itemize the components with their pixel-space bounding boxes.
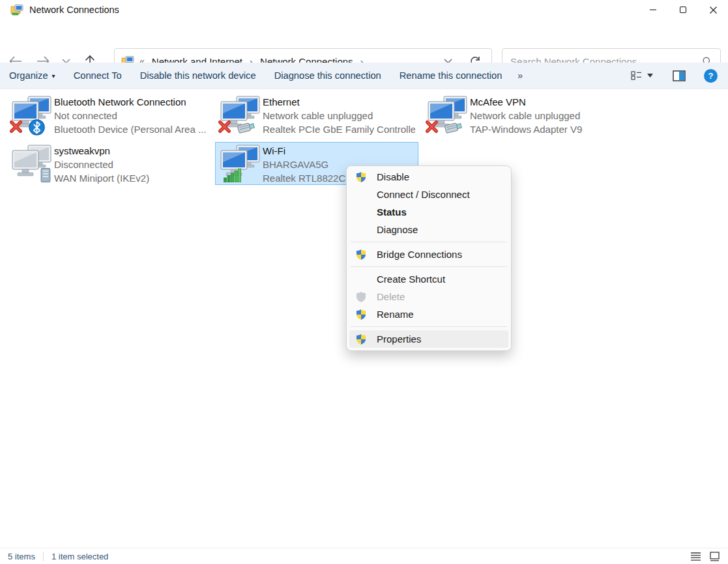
connection-name: Bluetooth Network Connection xyxy=(54,95,207,109)
view-options-button[interactable] xyxy=(631,70,653,81)
wifi-signal-icon xyxy=(224,167,243,182)
list-view-button[interactable] xyxy=(690,552,701,561)
close-icon xyxy=(709,6,718,14)
network-adapter-icon xyxy=(220,96,262,134)
connection-tile-bluetooth[interactable]: Bluetooth Network Connection Not connect… xyxy=(7,93,210,136)
error-x-icon xyxy=(424,119,439,134)
network-adapter-icon xyxy=(220,145,262,182)
menu-item-delete: Delete xyxy=(349,288,508,305)
menu-separator xyxy=(351,242,507,242)
maximize-icon xyxy=(679,6,687,14)
menu-item-label: Connect / Disconnect xyxy=(377,189,470,200)
uac-shield-icon xyxy=(355,333,367,345)
connection-device: Bluetooth Device (Personal Area ... xyxy=(54,122,207,136)
error-x-icon xyxy=(8,119,23,134)
uac-shield-disabled-icon xyxy=(355,291,367,303)
view-options-dropdown-icon xyxy=(647,74,653,78)
minimize-icon xyxy=(649,6,657,14)
status-bar: 5 items 1 item selected xyxy=(0,548,728,564)
details-view-icon xyxy=(631,70,642,81)
menu-item-label: Delete xyxy=(377,291,405,302)
connection-tile-systweakvpn[interactable]: systweakvpn Disconnected WAN Miniport (I… xyxy=(7,142,210,185)
app-icon xyxy=(10,3,23,16)
close-button[interactable] xyxy=(698,0,728,20)
connection-device: TAP-Windows Adapter V9 xyxy=(470,122,622,136)
menu-item-label: Disable xyxy=(377,171,409,182)
connection-status: Network cable unplugged xyxy=(263,109,415,122)
menu-separator xyxy=(351,326,507,327)
diagnose-connection-button[interactable]: Diagnose this connection xyxy=(265,63,390,89)
title-bar: Network Connections xyxy=(0,0,728,20)
toolbar-overflow-button[interactable]: » xyxy=(511,70,529,81)
navigation-bar: « Network and Internet › Network Connect… xyxy=(0,20,728,63)
menu-item-label: Create Shortcut xyxy=(377,274,445,285)
menu-item-label: Diagnose xyxy=(377,224,418,235)
items-count: 5 items xyxy=(0,552,43,561)
connection-device: Realtek PCIe GbE Family Controller xyxy=(263,122,415,136)
connection-tile-ethernet[interactable]: Ethernet Network cable unplugged Realtek… xyxy=(215,93,418,136)
menu-item-create-shortcut[interactable]: Create Shortcut xyxy=(349,270,508,288)
bluetooth-icon xyxy=(29,119,45,135)
ethernet-plug-icon xyxy=(444,120,465,134)
connection-name: Wi-Fi xyxy=(263,144,415,158)
connection-name: systweakvpn xyxy=(54,144,207,158)
organize-label: Organize xyxy=(9,70,48,81)
menu-item-rename[interactable]: Rename xyxy=(349,305,508,323)
context-menu: Disable Connect / Disconnect Status Diag… xyxy=(346,165,512,351)
rename-connection-button[interactable]: Rename this connection xyxy=(390,63,512,89)
connection-name: Ethernet xyxy=(263,95,415,109)
maximize-button[interactable] xyxy=(668,0,698,20)
connection-status: Disconnected xyxy=(54,158,207,171)
uac-shield-icon xyxy=(355,171,367,183)
vpn-device-icon xyxy=(40,167,52,184)
menu-item-label: Properties xyxy=(377,333,421,345)
error-x-icon xyxy=(217,119,232,134)
window-title: Network Connections xyxy=(29,5,119,15)
help-icon: ? xyxy=(708,71,714,81)
organize-menu-button[interactable]: Organize ▾ xyxy=(0,63,65,89)
menu-item-connect-disconnect[interactable]: Connect / Disconnect xyxy=(349,186,508,203)
menu-item-bridge-connections[interactable]: Bridge Connections xyxy=(349,246,508,263)
network-adapter-icon xyxy=(12,96,53,134)
menu-item-status[interactable]: Status xyxy=(349,203,508,221)
uac-shield-icon xyxy=(355,309,367,320)
connection-tile-mcafee-vpn[interactable]: McAfee VPN Network cable unplugged TAP-W… xyxy=(422,93,626,136)
uac-shield-icon xyxy=(355,249,367,261)
preview-pane-button[interactable] xyxy=(673,70,686,81)
network-adapter-icon xyxy=(12,145,53,182)
ethernet-plug-icon xyxy=(237,120,257,134)
network-adapter-icon xyxy=(428,96,469,134)
icons-view-button[interactable] xyxy=(709,552,720,561)
menu-item-disable[interactable]: Disable xyxy=(349,168,508,186)
connection-status: Network cable unplugged xyxy=(470,109,622,122)
connection-name: McAfee VPN xyxy=(470,95,622,109)
minimize-button[interactable] xyxy=(638,0,668,20)
menu-item-label: Bridge Connections xyxy=(377,249,462,260)
command-toolbar: Organize ▾ Connect To Disable this netwo… xyxy=(0,63,728,89)
selection-count: 1 item selected xyxy=(44,552,116,561)
connection-status: Not connected xyxy=(54,109,207,122)
organize-dropdown-icon: ▾ xyxy=(52,72,55,79)
menu-separator xyxy=(351,266,507,267)
preview-pane-icon xyxy=(673,70,686,81)
menu-item-diagnose[interactable]: Diagnose xyxy=(349,221,508,238)
connection-device: WAN Miniport (IKEv2) xyxy=(54,171,207,185)
menu-item-label: Rename xyxy=(377,309,414,320)
menu-item-label: Status xyxy=(377,206,407,218)
connect-to-button[interactable]: Connect To xyxy=(65,63,131,89)
disable-device-button[interactable]: Disable this network device xyxy=(131,63,265,89)
help-button[interactable]: ? xyxy=(704,69,718,83)
menu-item-properties[interactable]: Properties xyxy=(349,330,508,348)
